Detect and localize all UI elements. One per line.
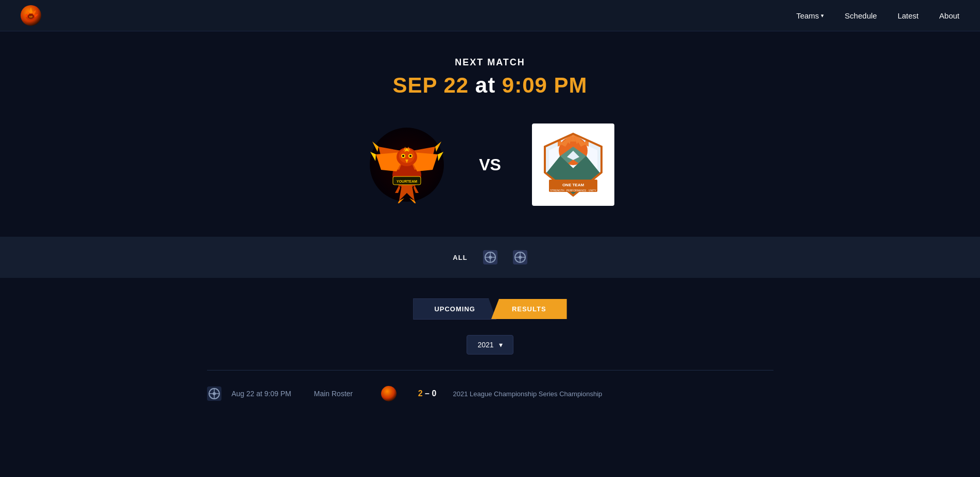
svg-point-58	[489, 256, 492, 259]
nav-link-schedule[interactable]: Schedule	[845, 11, 877, 20]
svg-point-63	[519, 256, 522, 259]
svg-text:ONE TEAM: ONE TEAM	[562, 183, 584, 187]
logo-icon: YT	[21, 5, 41, 26]
tab-upcoming[interactable]: UPCOMING	[413, 298, 496, 320]
hero-section: NEXT MATCH SEP 22 at 9:09 PM	[0, 31, 980, 237]
nav-link-latest[interactable]: Latest	[898, 11, 919, 20]
matchup-container: YOURTEAM VS	[366, 123, 614, 206]
match-divider	[207, 370, 773, 370]
logo-container[interactable]: YT	[21, 5, 41, 26]
navbar-links: Teams ▾ Schedule Latest About	[796, 11, 959, 20]
team-logo-left: YOURTEAM	[366, 123, 448, 206]
year-selector[interactable]: 2021 ▾	[467, 335, 513, 355]
svg-text:STRENGTH · PERFORMANCE · UNITY: STRENGTH · PERFORMANCE · UNITY	[550, 189, 596, 192]
next-match-label: NEXT MATCH	[455, 57, 525, 68]
svg-point-28	[402, 155, 404, 157]
match-score: 2 – 0	[412, 389, 443, 398]
tab-container: UPCOMING RESULTS	[413, 298, 566, 320]
match-date: SEP 22 at 9:09 PM	[392, 73, 587, 98]
match-game-icon	[207, 386, 221, 401]
svg-text:YT: YT	[29, 15, 32, 19]
filter-lol1[interactable]	[483, 250, 497, 264]
navbar: YT Teams ▾ Schedule Latest About	[0, 0, 980, 31]
svg-text:YOURTEAM: YOURTEAM	[397, 180, 417, 183]
score-separator: –	[425, 389, 432, 398]
one-team-logo-svg: ONE TEAM STRENGTH · PERFORMANCE · UNITY	[540, 131, 607, 198]
filter-all[interactable]: ALL	[453, 254, 467, 261]
table-row: Aug 22 at 9:09 PM Main Roster 2 – 0 2021…	[207, 381, 773, 407]
nav-link-teams[interactable]: Teams ▾	[796, 11, 824, 20]
filter-lol2[interactable]	[513, 250, 527, 264]
match-at-text: at	[475, 73, 495, 97]
match-time-part: 9:09 PM	[502, 73, 588, 97]
chevron-down-icon: ▾	[821, 12, 824, 19]
team-logo-right: ONE TEAM STRENGTH · PERFORMANCE · UNITY	[532, 123, 614, 206]
nav-link-about[interactable]: About	[939, 11, 959, 20]
match-date-part: SEP 22	[392, 73, 469, 97]
chevron-down-icon: ▾	[499, 341, 503, 349]
svg-point-29	[409, 155, 411, 157]
lol-icon-1	[483, 250, 497, 264]
phoenix-svg: YOURTEAM	[368, 126, 445, 203]
lol-icon-2	[513, 250, 527, 264]
schedule-section: UPCOMING RESULTS 2021 ▾ Aug 22 at 9:09 P…	[0, 278, 980, 427]
vs-text: VS	[479, 155, 501, 174]
match-time: Aug 22 at 9:09 PM	[232, 390, 304, 398]
tab-results[interactable]: RESULTS	[491, 299, 567, 319]
match-roster: Main Roster	[314, 390, 366, 398]
score-win: 2	[418, 389, 423, 398]
phoenix-logo-svg: YT	[22, 6, 40, 25]
match-event: 2021 League Championship Series Champion…	[453, 390, 773, 398]
score-loss: 0	[432, 389, 436, 398]
match-team-icon	[381, 386, 397, 401]
filter-bar: ALL	[0, 237, 980, 278]
svg-point-68	[213, 392, 216, 395]
